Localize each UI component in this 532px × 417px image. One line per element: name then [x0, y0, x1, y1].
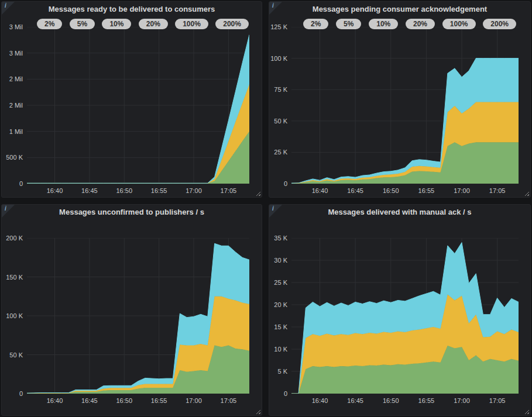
panel-title[interactable]: Messages ready to be delivered to consum… [2, 5, 262, 13]
y-tick-label: 0 [269, 180, 287, 187]
gridlines [27, 27, 249, 184]
line-series-yellow [27, 84, 249, 183]
panel-messages-pending-ack: i Messages pending consumer acknowledgem… [269, 1, 531, 198]
y-tick-label: 35 K [269, 235, 287, 242]
x-tick-label: 17:05 [221, 187, 237, 194]
x-tick-label: 17:00 [454, 187, 470, 194]
legend-pills: 2%5%10%20%100%200% [37, 19, 249, 29]
y-tick-label: 200 K [2, 235, 23, 242]
legend-pill-10%[interactable]: 10% [102, 19, 131, 29]
x-tick-label: 17:00 [454, 397, 470, 404]
y-tick-label: 0 [2, 390, 23, 397]
panel-title[interactable]: Messages pending consumer acknowledgemen… [269, 5, 530, 13]
x-tick-label: 16:50 [116, 397, 132, 404]
y-tick-label: 2 Mil [2, 102, 23, 109]
x-tick-label: 16:50 [383, 397, 399, 404]
chart-plot-area[interactable] [291, 27, 519, 184]
line-series-cyan [27, 35, 249, 183]
x-tick-label: 16:50 [116, 187, 132, 194]
x-tick-label: 16:45 [81, 187, 98, 194]
x-tick-label: 16:40 [47, 187, 63, 194]
y-tick-label: 75 K [269, 86, 287, 93]
x-tick-label: 16:40 [312, 187, 328, 194]
x-tick-label: 17:05 [221, 397, 237, 404]
legend-pill-2%[interactable]: 2% [303, 19, 328, 29]
legend-pill-100%[interactable]: 100% [175, 19, 208, 29]
y-tick-label: 5 K [269, 368, 287, 375]
legend-pill-2%[interactable]: 2% [37, 19, 62, 29]
x-tick-label: 16:45 [347, 187, 363, 194]
panel-title[interactable]: Messages unconfirmed to publishers / s [2, 208, 262, 216]
x-tick-label: 16:40 [47, 397, 63, 404]
area-series-yellow [27, 84, 249, 183]
y-tick-label: 25 K [269, 279, 287, 286]
y-tick-label: 0 [2, 180, 23, 187]
panel-messages-unconfirmed: i Messages unconfirmed to publishers / s… [1, 204, 262, 416]
y-tick-label: 150 K [2, 274, 23, 281]
y-tick-label: 100 K [2, 312, 23, 319]
resize-handle[interactable] [524, 191, 529, 196]
chart-canvas [291, 238, 519, 394]
y-tick-label: 25 K [269, 149, 287, 156]
resize-handle[interactable] [524, 409, 529, 414]
y-tick-label: 50 K [2, 351, 23, 359]
y-tick-label: 0 [269, 390, 287, 397]
resize-handle[interactable] [256, 409, 260, 414]
x-tick-label: 16:55 [418, 397, 435, 404]
y-tick-label: 100 K [269, 55, 287, 62]
chart-plot-area[interactable] [291, 238, 519, 394]
x-tick-label: 16:55 [418, 187, 435, 194]
area-series-cyan [27, 35, 249, 183]
chart-canvas [27, 27, 249, 184]
panel-messages-delivered: i Messages delivered with manual ack / s… [269, 204, 531, 416]
y-tick-label: 125 K [269, 23, 287, 30]
legend-pill-200%[interactable]: 200% [483, 19, 516, 29]
x-tick-label: 16:55 [151, 397, 167, 404]
x-tick-label: 17:00 [186, 397, 202, 404]
x-tick-label: 17:05 [489, 397, 506, 404]
chart-plot-area[interactable] [27, 27, 249, 184]
x-tick-label: 17:00 [186, 187, 202, 194]
x-tick-label: 16:55 [151, 187, 167, 194]
legend-pill-5%[interactable]: 5% [70, 19, 95, 29]
y-tick-label: 3 Mil [2, 23, 23, 30]
y-tick-label: 15 K [269, 323, 287, 330]
chart-canvas [27, 238, 249, 394]
x-tick-label: 16:45 [81, 397, 98, 404]
legend-pill-5%[interactable]: 5% [336, 19, 361, 29]
y-tick-label: 20 K [269, 301, 287, 308]
chart-plot-area[interactable] [27, 238, 249, 394]
area-series-green [291, 142, 519, 184]
y-tick-label: 1 Mil [2, 128, 23, 135]
y-tick-label: 500 K [2, 154, 23, 161]
chart-canvas [291, 27, 519, 184]
y-tick-label: 50 K [269, 118, 287, 125]
x-tick-label: 16:50 [383, 187, 399, 194]
panel-title[interactable]: Messages delivered with manual ack / s [269, 208, 530, 216]
x-tick-label: 17:05 [489, 187, 506, 194]
panel-messages-ready: i Messages ready to be delivered to cons… [1, 1, 262, 198]
y-tick-label: 10 K [269, 346, 287, 353]
legend-pill-20%[interactable]: 20% [139, 19, 168, 29]
y-tick-label: 3 Mil [2, 50, 23, 57]
y-tick-label: 30 K [269, 257, 287, 264]
y-tick-label: 2 Mil [2, 75, 23, 82]
x-tick-label: 16:45 [347, 397, 363, 404]
x-tick-label: 16:40 [312, 397, 328, 404]
resize-handle[interactable] [256, 191, 260, 196]
legend-pill-20%[interactable]: 20% [406, 19, 435, 29]
dashboard-grid: i Messages ready to be delivered to cons… [0, 0, 532, 417]
legend-pill-100%[interactable]: 100% [442, 19, 476, 29]
legend-pill-200%[interactable]: 200% [215, 19, 249, 29]
legend-pill-10%[interactable]: 10% [369, 19, 398, 29]
legend-pills: 2%5%10%20%100%200% [303, 19, 516, 29]
